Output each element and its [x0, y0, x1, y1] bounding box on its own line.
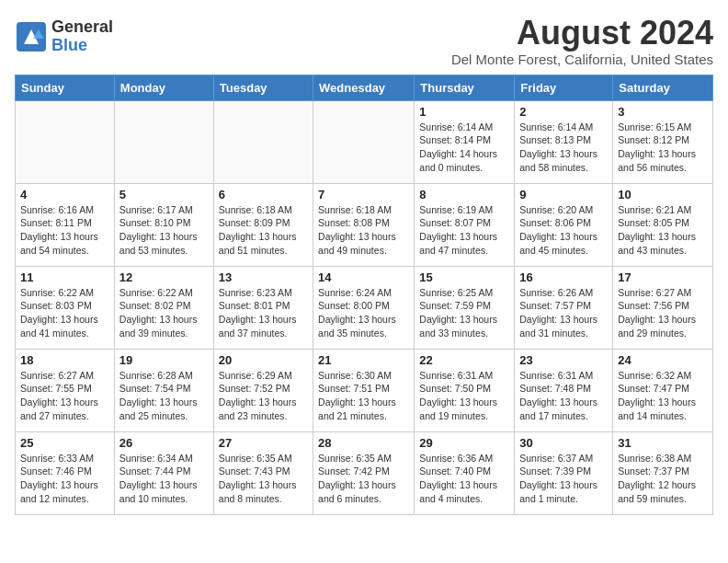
- calendar-week-row: 4Sunrise: 6:16 AM Sunset: 8:11 PM Daylig…: [16, 183, 713, 266]
- calendar-cell: 13Sunrise: 6:23 AM Sunset: 8:01 PM Dayli…: [213, 266, 313, 349]
- calendar-header-row: SundayMondayTuesdayWednesdayThursdayFrid…: [16, 75, 713, 100]
- day-number: 31: [618, 436, 708, 450]
- day-info: Sunrise: 6:21 AM Sunset: 8:05 PM Dayligh…: [618, 203, 708, 258]
- day-info: Sunrise: 6:18 AM Sunset: 8:09 PM Dayligh…: [219, 203, 308, 258]
- calendar-header-friday: Friday: [515, 75, 613, 100]
- day-number: 17: [618, 270, 708, 284]
- calendar-cell: 23Sunrise: 6:31 AM Sunset: 7:48 PM Dayli…: [515, 349, 613, 431]
- day-number: 7: [318, 188, 409, 201]
- day-number: 15: [419, 270, 509, 284]
- day-info: Sunrise: 6:15 AM Sunset: 8:12 PM Dayligh…: [618, 121, 708, 175]
- calendar-cell: 18Sunrise: 6:27 AM Sunset: 7:55 PM Dayli…: [16, 349, 115, 431]
- day-number: 27: [219, 436, 308, 450]
- day-info: Sunrise: 6:16 AM Sunset: 8:11 PM Dayligh…: [20, 203, 109, 258]
- calendar-cell: 22Sunrise: 6:31 AM Sunset: 7:50 PM Dayli…: [415, 349, 515, 431]
- day-info: Sunrise: 6:37 AM Sunset: 7:39 PM Dayligh…: [519, 452, 608, 506]
- location-subtitle: Del Monte Forest, California, United Sta…: [451, 52, 713, 67]
- day-number: 28: [318, 436, 409, 450]
- day-number: 30: [519, 436, 608, 450]
- day-info: Sunrise: 6:22 AM Sunset: 8:02 PM Dayligh…: [119, 286, 209, 340]
- calendar-cell: [213, 100, 313, 183]
- calendar-header-saturday: Saturday: [613, 75, 713, 100]
- calendar-cell: 27Sunrise: 6:35 AM Sunset: 7:43 PM Dayli…: [213, 431, 313, 514]
- calendar-cell: 14Sunrise: 6:24 AM Sunset: 8:00 PM Dayli…: [313, 266, 415, 349]
- calendar-cell: 30Sunrise: 6:37 AM Sunset: 7:39 PM Dayli…: [515, 431, 613, 514]
- day-number: 3: [618, 105, 708, 119]
- calendar-cell: 10Sunrise: 6:21 AM Sunset: 8:05 PM Dayli…: [613, 183, 713, 266]
- day-number: 14: [318, 270, 409, 284]
- day-number: 23: [519, 353, 608, 367]
- calendar-cell: 29Sunrise: 6:36 AM Sunset: 7:40 PM Dayli…: [415, 431, 515, 514]
- header: General Blue August 2024 Del Monte Fores…: [15, 15, 713, 67]
- day-number: 21: [318, 353, 409, 367]
- calendar-cell: 11Sunrise: 6:22 AM Sunset: 8:03 PM Dayli…: [16, 266, 115, 349]
- day-number: 19: [119, 353, 209, 367]
- day-number: 25: [20, 436, 109, 450]
- calendar-cell: 2Sunrise: 6:14 AM Sunset: 8:13 PM Daylig…: [515, 100, 613, 183]
- day-info: Sunrise: 6:14 AM Sunset: 8:13 PM Dayligh…: [519, 121, 608, 175]
- calendar-cell: 21Sunrise: 6:30 AM Sunset: 7:51 PM Dayli…: [313, 349, 415, 431]
- title-area: August 2024 Del Monte Forest, California…: [451, 15, 713, 67]
- day-number: 16: [519, 270, 608, 284]
- calendar-cell: [114, 100, 213, 183]
- day-info: Sunrise: 6:35 AM Sunset: 7:43 PM Dayligh…: [219, 452, 308, 506]
- day-info: Sunrise: 6:20 AM Sunset: 8:06 PM Dayligh…: [519, 203, 608, 258]
- calendar-header-monday: Monday: [114, 75, 213, 100]
- day-number: 22: [419, 353, 509, 367]
- day-info: Sunrise: 6:33 AM Sunset: 7:46 PM Dayligh…: [20, 452, 109, 506]
- calendar-cell: 1Sunrise: 6:14 AM Sunset: 8:14 PM Daylig…: [415, 100, 515, 183]
- day-info: Sunrise: 6:14 AM Sunset: 8:14 PM Dayligh…: [419, 121, 509, 175]
- calendar-header-sunday: Sunday: [16, 75, 115, 100]
- day-number: 24: [618, 353, 708, 367]
- calendar-week-row: 1Sunrise: 6:14 AM Sunset: 8:14 PM Daylig…: [16, 100, 713, 183]
- month-year-title: August 2024: [451, 15, 713, 52]
- day-info: Sunrise: 6:36 AM Sunset: 7:40 PM Dayligh…: [419, 452, 509, 506]
- calendar-week-row: 25Sunrise: 6:33 AM Sunset: 7:46 PM Dayli…: [16, 431, 713, 514]
- day-info: Sunrise: 6:23 AM Sunset: 8:01 PM Dayligh…: [219, 286, 308, 340]
- logo: General Blue: [15, 18, 113, 55]
- day-number: 12: [119, 270, 209, 284]
- calendar-cell: 8Sunrise: 6:19 AM Sunset: 8:07 PM Daylig…: [415, 183, 515, 266]
- day-number: 10: [618, 188, 708, 201]
- day-number: 8: [419, 188, 509, 201]
- calendar-cell: 25Sunrise: 6:33 AM Sunset: 7:46 PM Dayli…: [16, 431, 115, 514]
- calendar-week-row: 18Sunrise: 6:27 AM Sunset: 7:55 PM Dayli…: [16, 349, 713, 431]
- calendar-cell: 19Sunrise: 6:28 AM Sunset: 7:54 PM Dayli…: [114, 349, 213, 431]
- day-number: 6: [219, 188, 308, 201]
- calendar-table: SundayMondayTuesdayWednesdayThursdayFrid…: [15, 75, 713, 515]
- logo-blue-text: Blue: [51, 37, 113, 55]
- day-number: 5: [119, 188, 209, 201]
- calendar-cell: 31Sunrise: 6:38 AM Sunset: 7:37 PM Dayli…: [613, 431, 713, 514]
- day-number: 1: [419, 105, 509, 119]
- calendar-cell: 4Sunrise: 6:16 AM Sunset: 8:11 PM Daylig…: [16, 183, 115, 266]
- calendar-cell: 12Sunrise: 6:22 AM Sunset: 8:02 PM Dayli…: [114, 266, 213, 349]
- calendar-cell: 9Sunrise: 6:20 AM Sunset: 8:06 PM Daylig…: [515, 183, 613, 266]
- day-info: Sunrise: 6:32 AM Sunset: 7:47 PM Dayligh…: [618, 369, 708, 423]
- day-info: Sunrise: 6:29 AM Sunset: 7:52 PM Dayligh…: [219, 369, 308, 423]
- logo-icon: [15, 20, 48, 53]
- calendar-header-tuesday: Tuesday: [213, 75, 313, 100]
- day-info: Sunrise: 6:35 AM Sunset: 7:42 PM Dayligh…: [318, 452, 409, 506]
- calendar-cell: 20Sunrise: 6:29 AM Sunset: 7:52 PM Dayli…: [213, 349, 313, 431]
- day-info: Sunrise: 6:31 AM Sunset: 7:48 PM Dayligh…: [519, 369, 608, 423]
- calendar-header-thursday: Thursday: [415, 75, 515, 100]
- day-number: 18: [20, 353, 109, 367]
- day-info: Sunrise: 6:25 AM Sunset: 7:59 PM Dayligh…: [419, 286, 509, 340]
- day-info: Sunrise: 6:30 AM Sunset: 7:51 PM Dayligh…: [318, 369, 409, 423]
- calendar-cell: 28Sunrise: 6:35 AM Sunset: 7:42 PM Dayli…: [313, 431, 415, 514]
- day-number: 11: [20, 270, 109, 284]
- day-info: Sunrise: 6:17 AM Sunset: 8:10 PM Dayligh…: [119, 203, 209, 258]
- day-info: Sunrise: 6:26 AM Sunset: 7:57 PM Dayligh…: [519, 286, 608, 340]
- logo-general-text: General: [51, 18, 113, 37]
- day-number: 13: [219, 270, 308, 284]
- day-info: Sunrise: 6:22 AM Sunset: 8:03 PM Dayligh…: [20, 286, 109, 340]
- calendar-header-wednesday: Wednesday: [313, 75, 415, 100]
- calendar-cell: [313, 100, 415, 183]
- calendar-week-row: 11Sunrise: 6:22 AM Sunset: 8:03 PM Dayli…: [16, 266, 713, 349]
- calendar-cell: [16, 100, 115, 183]
- calendar-cell: 15Sunrise: 6:25 AM Sunset: 7:59 PM Dayli…: [415, 266, 515, 349]
- calendar-cell: 26Sunrise: 6:34 AM Sunset: 7:44 PM Dayli…: [114, 431, 213, 514]
- day-info: Sunrise: 6:27 AM Sunset: 7:55 PM Dayligh…: [20, 369, 109, 423]
- day-info: Sunrise: 6:34 AM Sunset: 7:44 PM Dayligh…: [119, 452, 209, 506]
- calendar-cell: 24Sunrise: 6:32 AM Sunset: 7:47 PM Dayli…: [613, 349, 713, 431]
